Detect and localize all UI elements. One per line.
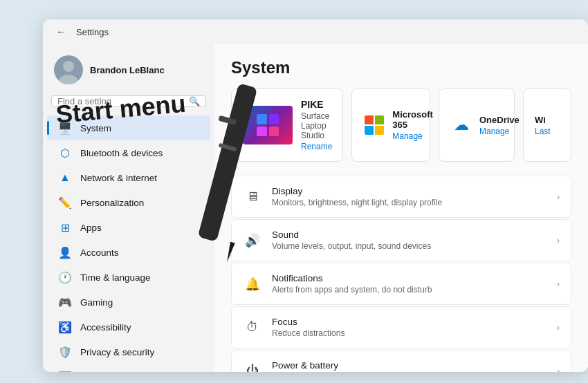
focus-text: Focus Reduce distractions [272, 317, 547, 338]
ms365-q3 [365, 126, 374, 135]
sidebar-item-system-label: System [80, 123, 111, 133]
system-icon: 🖥️ [58, 121, 72, 135]
ms365-q4 [375, 126, 384, 135]
notifications-icon: 🔔 [243, 274, 262, 294]
wifi-info: Wi Last [535, 115, 551, 136]
win-quad-3 [257, 127, 267, 137]
onedrive-card[interactable]: ☁ OneDrive Manage [439, 88, 515, 162]
sidebar-item-accessibility[interactable]: ♿ Accessibility [47, 315, 210, 339]
focus-chevron: › [557, 323, 560, 333]
device-name: PIKE [301, 99, 332, 110]
onedrive-icon: ☁ [454, 116, 469, 134]
ms365-q2 [375, 115, 384, 124]
sidebar-item-time-label: Time & language [80, 272, 151, 283]
focus-icon: ⏱ [243, 318, 262, 337]
sidebar-item-network-label: Network & internet [80, 173, 157, 183]
settings-item-notifications[interactable]: 🔔 Notifications Alerts from apps and sys… [231, 263, 571, 305]
sound-subtitle: Volume levels, output, input, sound devi… [272, 241, 547, 251]
sidebar: Brandon LeBlanc 🔍 🖥️ System ⬡ Bluetooth … [43, 44, 214, 372]
display-title: Display [272, 186, 547, 196]
accounts-icon: 👤 [58, 245, 72, 259]
gaming-icon: 🎮 [58, 295, 72, 309]
device-info: PIKE Surface Laptop Studio Rename [301, 99, 332, 151]
ms365-q1 [365, 115, 374, 124]
power-text: Power & battery Sleep, battery usage, ba… [272, 360, 547, 372]
sidebar-item-windows-update[interactable]: 🔄 Windows Update [47, 364, 210, 372]
user-name: Brandon LeBlanc [90, 65, 165, 75]
sidebar-item-windows-update-label: Windows Update [80, 372, 151, 373]
sidebar-item-accounts[interactable]: 👤 Accounts [47, 240, 210, 265]
bluetooth-icon: ⬡ [58, 146, 72, 160]
settings-item-power[interactable]: ⏻ Power & battery Sleep, battery usage, … [231, 350, 571, 372]
apps-icon: ⊞ [58, 221, 72, 234]
windows-update-icon: 🔄 [58, 370, 72, 372]
content-area: System PIKE Surface Lapt [214, 44, 588, 372]
sidebar-item-personalization[interactable]: ✏️ Personalization [47, 190, 210, 215]
onedrive-action[interactable]: Manage [479, 127, 520, 136]
notifications-chevron: › [557, 279, 560, 289]
display-icon: 🖥 [243, 187, 262, 207]
focus-subtitle: Reduce distractions [272, 328, 547, 338]
power-chevron: › [557, 366, 560, 373]
notifications-text: Notifications Alerts from apps and syste… [272, 273, 547, 295]
svg-point-1 [63, 61, 74, 72]
windows-logo [257, 114, 279, 136]
search-input[interactable] [57, 96, 185, 106]
device-card[interactable]: PIKE Surface Laptop Studio Rename [231, 88, 343, 162]
device-cards: PIKE Surface Laptop Studio Rename [231, 88, 571, 162]
win-quad-4 [269, 127, 279, 137]
ms365-info: Microsoft 365 Manage [392, 109, 433, 141]
ms365-icon [363, 114, 385, 136]
settings-window: ← Settings Brandon LeBlanc 🔍 [43, 19, 588, 372]
sound-text: Sound Volume levels, output, input, soun… [272, 230, 547, 251]
display-subtitle: Monitors, brightness, night light, displ… [272, 198, 547, 207]
ms365-grid [365, 115, 384, 135]
sidebar-item-apps-label: Apps [80, 223, 102, 233]
accessibility-icon: ♿ [58, 320, 72, 334]
sidebar-item-privacy-label: Privacy & security [80, 347, 154, 357]
sound-chevron: › [557, 236, 560, 245]
wifi-action[interactable]: Last [535, 127, 551, 136]
device-thumbnail [243, 106, 293, 144]
sidebar-item-accessibility-label: Accessibility [80, 322, 131, 333]
notifications-title: Notifications [272, 273, 547, 283]
personalization-icon: ✏️ [58, 196, 72, 209]
sidebar-item-gaming[interactable]: 🎮 Gaming [47, 290, 210, 315]
nav-item-system-wrapper: 🖥️ System [43, 115, 214, 140]
time-icon: 🕐 [58, 270, 72, 284]
wifi-card[interactable]: Wi Last [523, 88, 571, 162]
sound-title: Sound [272, 230, 547, 240]
user-profile[interactable]: Brandon LeBlanc [43, 50, 214, 93]
back-button[interactable]: ← [51, 22, 71, 41]
settings-item-sound[interactable]: 🔊 Sound Volume levels, output, input, so… [231, 219, 571, 261]
privacy-icon: 🛡️ [58, 345, 72, 359]
sidebar-item-apps[interactable]: ⊞ Apps [47, 215, 210, 240]
win-quad-1 [257, 114, 267, 124]
win-quad-2 [269, 114, 279, 124]
search-box[interactable]: 🔍 [51, 95, 206, 107]
sidebar-item-bluetooth-label: Bluetooth & devices [80, 148, 163, 158]
sidebar-item-personalization-label: Personalization [80, 198, 144, 208]
search-icon: 🔍 [189, 96, 200, 106]
sidebar-item-gaming-label: Gaming [80, 297, 113, 308]
power-title: Power & battery [272, 360, 547, 371]
onedrive-name: OneDrive [479, 115, 520, 125]
sidebar-item-accounts-label: Accounts [80, 247, 119, 258]
power-icon: ⏻ [243, 362, 262, 373]
titlebar: ← Settings [43, 19, 588, 44]
main-content: Brandon LeBlanc 🔍 🖥️ System ⬡ Bluetooth … [43, 44, 588, 372]
device-model: Surface Laptop Studio [301, 111, 332, 140]
device-rename-link[interactable]: Rename [301, 142, 332, 151]
sidebar-item-system[interactable]: 🖥️ System [47, 115, 210, 140]
sound-icon: 🔊 [243, 231, 262, 250]
ms365-card[interactable]: Microsoft 365 Manage [351, 88, 430, 162]
ms365-action[interactable]: Manage [392, 131, 433, 141]
sidebar-item-network[interactable]: ▲ Network & internet [47, 165, 210, 190]
onedrive-icon-container: ☁ [450, 114, 472, 136]
settings-item-focus[interactable]: ⏱ Focus Reduce distractions › [231, 306, 571, 348]
settings-item-display[interactable]: 🖥 Display Monitors, brightness, night li… [231, 176, 571, 218]
sidebar-item-time[interactable]: 🕐 Time & language [47, 265, 210, 290]
sidebar-item-bluetooth[interactable]: ⬡ Bluetooth & devices [47, 140, 210, 165]
wifi-name: Wi [535, 115, 551, 125]
sidebar-item-privacy[interactable]: 🛡️ Privacy & security [47, 339, 210, 364]
